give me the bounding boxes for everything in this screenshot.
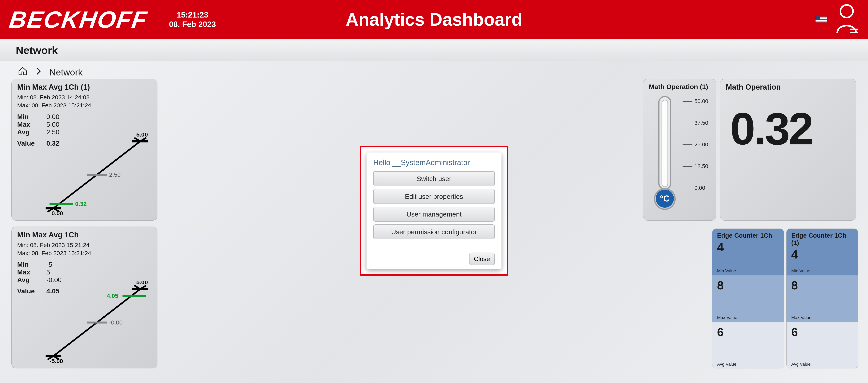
value: -5 <box>46 260 52 268</box>
value: 08. Feb 2023 15:21:24 <box>30 242 90 248</box>
top-bar: BECKHOFF 15:21:23 08. Feb 2023 Analytics… <box>0 0 868 39</box>
value: 08. Feb 2023 15:21:24 <box>32 102 91 109</box>
panel-title: Math Operation (1) <box>649 83 710 91</box>
chevron-right-icon <box>34 66 43 78</box>
user-permission-configurator-button[interactable]: User permission configurator <box>373 224 495 239</box>
chart-bottom-label: 0.00 <box>52 210 63 216</box>
row-min: Min -5 <box>17 260 152 268</box>
panel-min-max-avg-2: Min Max Avg 1Ch Min: 08. Feb 2023 15:21:… <box>11 227 157 369</box>
edge-cell-min: Edge Counter 1Ch 4 Min Value <box>712 229 784 275</box>
edge-cell-min: Edge Counter 1Ch (1) 4 Min Value <box>786 229 858 275</box>
user-management-button[interactable]: User management <box>373 207 495 222</box>
value: 0.00 <box>46 113 59 120</box>
svg-point-0 <box>840 5 853 18</box>
tick-label: 50.00 <box>694 98 708 104</box>
tick-label: 37.50 <box>694 120 708 126</box>
workspace: Network Min Max Avg 1Ch (1) Min: 08. Feb… <box>0 61 868 383</box>
label: Value <box>17 287 39 295</box>
label: Min: <box>17 242 28 248</box>
user-menu-icon[interactable] <box>835 3 859 36</box>
clock-date: 08. Feb 2023 <box>169 20 216 29</box>
edge-max-value: 8 <box>717 279 779 292</box>
value: 5 <box>46 268 50 276</box>
math-value: 0.32 <box>730 103 812 155</box>
edge-cell-avg: 6 Avg Value <box>712 322 784 369</box>
tick-label: 12.50 <box>694 163 708 169</box>
chart-top-label: 5.00 <box>136 133 148 138</box>
breadcrumb-current[interactable]: Network <box>49 67 83 78</box>
value: 08. Feb 2023 14:24:08 <box>30 94 90 101</box>
edge-avg-value: 6 <box>717 325 779 339</box>
label: Max <box>17 268 39 276</box>
chart-top-label: 5.00 <box>136 281 148 285</box>
panel-title: Min Max Avg 1Ch (1) <box>17 83 152 92</box>
panel-edge-counter-1: Edge Counter 1Ch 4 Min Value 8 Max Value… <box>712 229 784 369</box>
edge-min-value: 4 <box>717 240 779 254</box>
chart-bottom-label: -5.00 <box>50 358 63 364</box>
panel-min-max-avg-1: Min Max Avg 1Ch (1) Min: 08. Feb 2023 14… <box>11 79 157 221</box>
label: Value <box>17 139 39 147</box>
chart-mid-label: 2.50 <box>109 171 121 178</box>
breadcrumb: Network <box>0 61 868 78</box>
dialog-greeting: Hello __SystemAdministrator <box>373 159 495 167</box>
panel-title: Math Operation <box>726 83 850 92</box>
value: 5.00 <box>46 120 59 128</box>
label: Max: <box>17 102 30 109</box>
label: Avg <box>17 276 39 284</box>
edge-cell-max: 8 Max Value <box>712 275 784 322</box>
edge-max-value: 8 <box>791 279 853 292</box>
tick-label: 0.00 <box>694 185 705 191</box>
app-title: Analytics Dashboard <box>346 9 522 30</box>
label: Min: <box>17 94 28 101</box>
brand-logo: BECKHOFF <box>7 6 149 33</box>
user-dialog-highlight: Hello __SystemAdministrator Switch user … <box>360 146 508 276</box>
edge-max-label: Max Value <box>717 315 737 320</box>
label: Min <box>17 260 39 268</box>
edge-min-value: 4 <box>791 248 853 261</box>
min-timestamp: Min: 08. Feb 2023 14:24:08 <box>17 93 152 101</box>
row-min: Min 0.00 <box>17 113 152 120</box>
chart-marker-label: 4.05 <box>107 292 118 299</box>
mini-range-chart: -5.00 5.00 -0.00 4.05 <box>42 281 152 364</box>
label: Avg <box>17 128 39 136</box>
label: Max <box>17 120 39 128</box>
edge-cell-max: 8 Max Value <box>786 275 858 322</box>
panel-math-number: Math Operation 0.32 <box>720 79 856 221</box>
label: Max: <box>17 250 30 256</box>
thermometer-unit: °C <box>656 189 674 208</box>
edge-max-label: Max Value <box>791 315 811 320</box>
edge-avg-label: Avg Value <box>791 362 811 367</box>
home-icon[interactable] <box>18 66 28 78</box>
panel-title: Min Max Avg 1Ch <box>17 231 152 239</box>
clock: 15:21:23 08. Feb 2023 <box>169 10 216 29</box>
max-timestamp: Max: 08. Feb 2023 15:21:24 <box>17 249 152 257</box>
value: 08. Feb 2023 15:21:24 <box>32 250 91 256</box>
subheader: Network <box>0 39 868 61</box>
flag-us-icon[interactable] <box>815 16 827 23</box>
chart-marker-label: 0.32 <box>75 201 87 207</box>
label: Min <box>17 113 39 120</box>
clock-time: 15:21:23 <box>169 10 216 20</box>
chart-mid-label: -0.00 <box>109 319 123 326</box>
min-timestamp: Min: 08. Feb 2023 15:21:24 <box>17 241 152 249</box>
edge-cell-avg: 6 Avg Value <box>786 322 858 369</box>
thermometer-ticks: 50.00 37.50 25.00 12.50 0.00 <box>683 95 708 191</box>
thermometer-icon: °C <box>651 95 679 229</box>
max-timestamp: Max: 08. Feb 2023 15:21:24 <box>17 101 152 109</box>
edge-title: Edge Counter 1Ch <box>717 232 779 239</box>
svg-rect-15 <box>662 100 668 187</box>
edge-min-label: Min Value <box>791 268 810 274</box>
switch-user-button[interactable]: Switch user <box>373 171 495 186</box>
user-dialog: Hello __SystemAdministrator Switch user … <box>367 152 501 269</box>
edge-title: Edge Counter 1Ch (1) <box>791 232 853 246</box>
tick-label: 25.00 <box>694 141 708 148</box>
edge-avg-value: 6 <box>791 325 853 339</box>
row-max: Max 5.00 <box>17 120 152 128</box>
edit-user-properties-button[interactable]: Edit user properties <box>373 189 495 204</box>
edge-min-label: Min Value <box>717 268 736 274</box>
close-button[interactable]: Close <box>469 252 495 265</box>
panel-edge-counter-2: Edge Counter 1Ch (1) 4 Min Value 8 Max V… <box>786 229 858 369</box>
panel-thermometer: Math Operation (1) °C 50.00 37.50 25.00 … <box>643 79 716 221</box>
subheader-title: Network <box>16 44 58 56</box>
edge-avg-label: Avg Value <box>717 362 737 367</box>
